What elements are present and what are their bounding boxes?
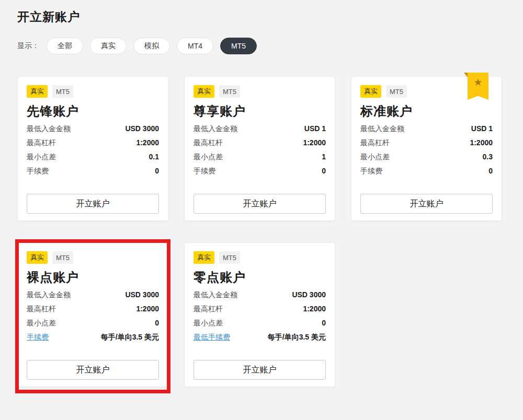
commission-link[interactable]: 手续费 <box>27 333 49 341</box>
platform-badge: MT5 <box>52 251 73 264</box>
spec-value: 0 <box>322 167 326 176</box>
open-account-button[interactable]: 开立账户 <box>194 360 326 380</box>
spec-row: 最高杠杆 1:2000 <box>27 138 159 147</box>
account-type-badge: 真实 <box>360 85 381 98</box>
spec-row: 最低入金金额 USD 3000 <box>194 290 326 299</box>
spec-label: 最小点差 <box>194 153 223 161</box>
spec-label: 最小点差 <box>194 319 223 328</box>
spec-value: 每手/单向3.5 美元 <box>101 333 159 342</box>
filter-pill-mt5[interactable]: MT5 <box>220 38 257 54</box>
spec-label: 最高杠杆 <box>194 138 223 147</box>
account-card-pioneer: 真实 MT5 先锋账户 最低入金金额 USD 3000 最高杠杆 1:2000 … <box>17 76 168 221</box>
spec-label: 手续费 <box>360 167 382 176</box>
spec-row: 手续费 0 <box>360 167 493 176</box>
spec-value: 1 <box>322 153 326 161</box>
filter-pill-real[interactable]: 真实 <box>90 38 127 54</box>
spec-row: 最小点差 0 <box>194 319 326 328</box>
filter-pill-all[interactable]: 全部 <box>47 38 83 54</box>
spec-row: 最高杠杆 1:2000 <box>194 138 326 147</box>
spec-value: 1:2000 <box>470 138 493 147</box>
account-title: 尊享账户 <box>194 104 326 118</box>
spec-value: USD 1 <box>471 124 493 133</box>
spec-row: 最低入金金额 USD 3000 <box>27 124 159 133</box>
spec-value: 每手/单向3.5 美元 <box>268 333 326 342</box>
spec-label: 最低入金金额 <box>27 290 71 299</box>
account-card-raw-spread: 真实 MT5 裸点账户 最低入金金额 USD 3000 最高杠杆 1:2000 … <box>17 242 168 387</box>
badge-row: 真实 MT5 <box>194 251 326 264</box>
spec-row: 最低入金金额 USD 3000 <box>27 290 159 299</box>
open-account-button[interactable]: 开立账户 <box>194 194 326 214</box>
spec-value: 0 <box>322 319 326 328</box>
ribbon-fold <box>464 73 468 77</box>
platform-badge: MT5 <box>386 85 407 98</box>
spec-label: 最小点差 <box>27 319 56 328</box>
spec-rows: 最低入金金额 USD 3000 最高杠杆 1:2000 最小点差 0 手续费 每… <box>27 290 159 342</box>
spec-row: 最低入金金额 USD 1 <box>360 124 493 133</box>
filter-bar: 显示： 全部 真实 模拟 MT4 MT5 <box>17 38 264 54</box>
spec-value: 0.1 <box>149 153 159 161</box>
spec-row: 最小点差 0.1 <box>27 153 159 161</box>
account-title: 零点账户 <box>194 271 326 284</box>
spec-value: 0.3 <box>483 153 493 161</box>
account-type-badge: 真实 <box>194 251 214 264</box>
spec-row: 手续费 0 <box>194 167 326 176</box>
spec-label: 最高杠杆 <box>360 138 390 147</box>
platform-badge: MT5 <box>219 85 240 98</box>
spec-value: USD 3000 <box>292 290 326 299</box>
spec-value: USD 3000 <box>125 290 159 299</box>
spec-label: 最高杠杆 <box>27 305 56 313</box>
spec-value: USD 1 <box>304 124 326 133</box>
account-title: 先锋账户 <box>27 104 159 118</box>
spec-label: 最小点差 <box>27 153 56 161</box>
page-title: 开立新账户 <box>17 9 80 25</box>
account-card-premium: 真实 MT5 尊享账户 最低入金金额 USD 1 最高杠杆 1:2000 最小点… <box>184 76 335 221</box>
badge-row: 真实 MT5 <box>27 85 159 98</box>
spec-label: 最小点差 <box>360 153 390 161</box>
spec-row: 最小点差 0.3 <box>360 153 493 161</box>
spec-value: 0 <box>488 167 493 176</box>
spec-row: 手续费 每手/单向3.5 美元 <box>27 333 159 342</box>
account-card-standard: ★ 真实 MT5 标准账户 最低入金金额 USD 1 最高杠杆 1:2000 最… <box>351 76 502 221</box>
spec-rows: 最低入金金额 USD 3000 最高杠杆 1:2000 最小点差 0.1 手续费… <box>27 124 159 176</box>
spec-label: 最低入金金额 <box>27 124 71 133</box>
spec-row: 最高杠杆 1:2000 <box>194 305 326 313</box>
account-type-badge: 真实 <box>27 85 48 98</box>
account-type-badge: 真实 <box>27 251 48 264</box>
account-cards-grid: 真实 MT5 先锋账户 最低入金金额 USD 3000 最高杠杆 1:2000 … <box>17 76 502 387</box>
account-card-zero-point: 真实 MT5 零点账户 最低入金金额 USD 3000 最高杠杆 1:2000 … <box>184 242 335 387</box>
open-account-button[interactable]: 开立账户 <box>27 360 159 380</box>
spec-value: USD 3000 <box>125 124 159 133</box>
spec-rows: 最低入金金额 USD 1 最高杠杆 1:2000 最小点差 1 手续费 0 <box>194 124 326 176</box>
filter-pill-demo[interactable]: 模拟 <box>133 38 170 54</box>
spec-label: 最低入金金额 <box>194 290 237 299</box>
spec-row: 最高杠杆 1:2000 <box>360 138 493 147</box>
spec-label: 最低入金金额 <box>360 124 404 133</box>
open-account-button[interactable]: 开立账户 <box>27 194 159 214</box>
spec-rows: 最低入金金额 USD 3000 最高杠杆 1:2000 最小点差 0 最低手续费… <box>194 290 326 342</box>
account-type-badge: 真实 <box>194 85 214 98</box>
spec-value: 0 <box>155 319 159 328</box>
filter-pill-mt4[interactable]: MT4 <box>177 38 213 54</box>
platform-badge: MT5 <box>52 85 73 98</box>
filter-label: 显示： <box>17 41 39 51</box>
spec-row: 最小点差 1 <box>194 153 326 161</box>
spec-row: 最低手续费 每手/单向3.5 美元 <box>194 333 326 342</box>
spec-row: 最低入金金额 USD 1 <box>194 124 326 133</box>
spec-row: 手续费 0 <box>27 167 159 176</box>
spec-label: 最低入金金额 <box>194 124 237 133</box>
platform-badge: MT5 <box>219 251 240 264</box>
spec-value: 1:2000 <box>303 138 326 147</box>
badge-row: 真实 MT5 <box>27 251 159 264</box>
min-commission-link[interactable]: 最低手续费 <box>194 333 230 341</box>
badge-row: 真实 MT5 <box>194 85 326 98</box>
open-account-button[interactable]: 开立账户 <box>360 194 493 214</box>
account-title: 裸点账户 <box>27 271 159 284</box>
featured-ribbon: ★ <box>468 73 488 100</box>
account-title: 标准账户 <box>360 104 493 118</box>
spec-value: 1:2000 <box>303 305 326 313</box>
spec-value: 1:2000 <box>136 138 159 147</box>
spec-value: 1:2000 <box>136 305 159 313</box>
spec-rows: 最低入金金额 USD 1 最高杠杆 1:2000 最小点差 0.3 手续费 0 <box>360 124 493 176</box>
spec-label: 手续费 <box>194 167 215 176</box>
spec-row: 最小点差 0 <box>27 319 159 328</box>
